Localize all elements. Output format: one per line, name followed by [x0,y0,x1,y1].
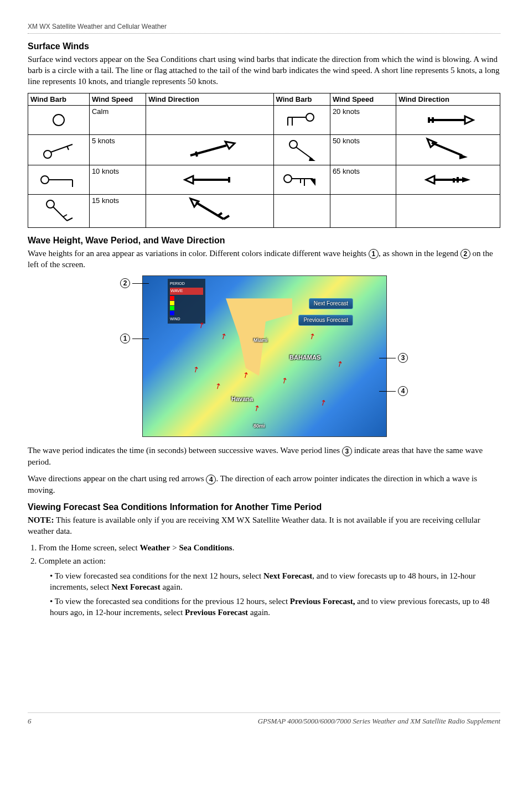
wp-pre: The wave period indicates the time (in s… [28,446,342,455]
wave-intro-mid: , as shown in the legend [379,249,460,258]
dir-50-icon [396,135,500,165]
callout-1: 1 [120,334,149,343]
actions-list: To view forecasted sea conditions for th… [39,570,500,618]
dir-65-icon [396,165,500,195]
label-havana: Havana [231,395,253,403]
barb-50-icon [273,135,330,165]
speed-15: 15 knots [89,195,146,228]
s1-b2: Sea Conditions [179,543,232,552]
footer-title: GPSMAP 4000/5000/6000/7000 Series Weathe… [258,716,500,726]
empty-barb [273,195,330,228]
speed-20: 20 knots [330,106,396,135]
map-image: PERIOD WAVE WIND Next Forecast Previous … [142,275,387,437]
svg-point-9 [44,150,51,158]
b2-b1: Previous Forecast, [290,597,355,606]
svg-marker-29 [310,179,315,186]
svg-marker-33 [426,176,434,184]
speed-65: 65 knots [330,165,396,195]
page-footer: 6 GPSMAP 4000/5000/6000/7000 Series Weat… [28,712,500,726]
barb-10-icon [28,165,90,195]
svg-line-14 [196,152,197,157]
callout-3-marker-icon: 3 [398,353,408,363]
svg-point-37 [46,200,54,208]
step-2: Complete an action: To view forecasted s… [39,555,500,618]
svg-line-43 [224,216,229,219]
dir-20-icon [396,106,500,135]
callout-4: 4 [379,386,408,396]
map-legend: PERIOD WAVE WIND [168,279,205,324]
forecast-note: NOTE: This feature is available only if … [28,514,500,537]
legend-wave: WAVE [170,288,203,295]
sea-conditions-screenshot: PERIOD WAVE WIND Next Forecast Previous … [120,275,408,436]
dir-calm [146,106,273,135]
barb-15-icon [28,195,90,228]
page-number: 6 [28,716,32,726]
wd-pre: Wave directions appear on the chart usin… [28,474,206,483]
wave-intro: Wave heights for an area appear as varia… [28,248,500,270]
empty-speed [330,195,396,228]
s1-post: . [232,543,235,552]
s2-text: Complete an action: [39,556,106,565]
svg-point-0 [53,114,64,126]
b1-post: again. [161,582,183,591]
svg-marker-34 [462,177,470,183]
svg-point-21 [41,176,49,184]
wave-period-text: The wave period indicates the time (in s… [28,445,500,467]
barb-5-icon [28,135,90,165]
callout-1-marker-icon: 1 [120,334,130,343]
empty-dir [396,195,500,228]
th-speed-r: Wind Speed [330,93,396,106]
svg-marker-17 [309,157,315,161]
svg-point-15 [289,140,297,148]
svg-line-10 [51,144,73,152]
callout-3: 3 [379,353,408,363]
s1-pre: From the Home screen, select [39,543,139,552]
callout-3-inline-icon: 3 [342,446,352,456]
steps-list: From the Home screen, select Weather > S… [28,542,500,618]
barb-20-icon [273,106,330,135]
section-forecast-title: Viewing Forecast Sea Conditions Informat… [28,501,500,513]
callout-2-inline-icon: 2 [460,249,470,259]
svg-line-11 [67,146,69,150]
step-1: From the Home screen, select Weather > S… [39,542,500,553]
svg-marker-20 [459,154,468,159]
callout-1-inline-icon: 1 [369,249,379,259]
s1-b1: Weather [139,543,170,552]
th-barb-r: Wind Barb [273,93,330,106]
wind-barb-table: Wind Barb Wind Speed Wind Direction Wind… [28,93,500,228]
section-wave-title: Wave Height, Wave Period, and Wave Direc… [28,235,500,247]
dir-15-icon [146,195,273,228]
speed-5: 5 knots [89,135,146,165]
svg-marker-13 [225,142,235,149]
s1-sep: > [170,543,179,552]
b2-pre: To view the forecasted sea conditions fo… [55,597,290,606]
th-speed-l: Wind Speed [89,93,146,106]
b2-b2: Previous Forecast [185,608,248,617]
running-header: XM WX Satellite Weather and Cellular Wea… [28,22,500,34]
b2-post: again. [248,608,270,617]
speed-50: 50 knots [330,135,396,165]
svg-line-18 [432,143,462,155]
svg-marker-25 [185,176,193,184]
label-bahamas: BAHAMAS [289,353,320,362]
wave-intro-pre: Wave heights for an area appear as varia… [28,249,369,258]
speed-calm: Calm [89,106,146,135]
label-scale: 80mi [253,423,265,429]
callout-2-marker-icon: 2 [120,278,130,288]
note-label: NOTE: [28,516,54,524]
svg-line-41 [196,202,224,219]
svg-marker-6 [465,116,473,124]
svg-line-38 [53,207,67,221]
svg-marker-42 [190,199,199,207]
previous-forecast-button[interactable]: Previous Forecast [298,315,353,326]
th-dir-l: Wind Direction [146,93,273,106]
svg-point-27 [284,175,292,183]
speed-10: 10 knots [89,165,146,195]
note-text: This feature is available only if you ar… [28,516,480,535]
next-forecast-button[interactable]: Next Forecast [309,298,353,309]
dir-5-icon [146,135,273,165]
action-next: To view forecasted sea conditions for th… [50,570,500,593]
b1-b2: Next Forecast [111,582,160,591]
callout-4-inline-icon: 4 [206,475,216,485]
b1-b1: Next Forecast [263,571,312,580]
